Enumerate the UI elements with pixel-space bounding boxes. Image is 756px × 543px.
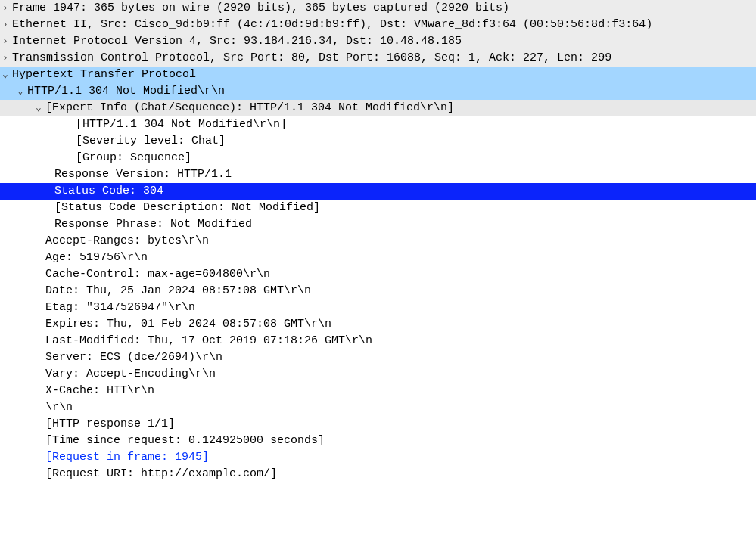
tree-row-expert-detail[interactable]: [HTTP/1.1 304 Not Modified\r\n]: [0, 116, 756, 133]
status-line-text: HTTP/1.1 304 Not Modified\r\n: [27, 83, 225, 100]
tree-row-severity[interactable]: [Severity level: Chat]: [0, 133, 756, 150]
tree-row-cache-control[interactable]: Cache-Control: max-age=604800\r\n: [0, 266, 756, 283]
header-etag: Etag: "3147526947"\r\n: [45, 299, 195, 316]
tree-row-status-desc[interactable]: [Status Code Description: Not Modified]: [0, 200, 756, 216]
response-version-text: Response Version: HTTP/1.1: [54, 166, 232, 183]
status-desc-text: [Status Code Description: Not Modified]: [54, 200, 320, 216]
header-xcache: X-Cache: HIT\r\n: [45, 383, 154, 399]
tree-row-vary[interactable]: Vary: Accept-Encoding\r\n: [0, 366, 756, 383]
chevron-right-icon: ›: [0, 17, 11, 33]
expert-detail-text: [HTTP/1.1 304 Not Modified\r\n]: [76, 116, 287, 133]
tree-row-crlf[interactable]: \r\n: [0, 399, 756, 416]
tcp-summary: Transmission Control Protocol, Src Port:…: [12, 50, 611, 67]
tree-row-frame[interactable]: › Frame 1947: 365 bytes on wire (2920 bi…: [0, 0, 756, 17]
expert-info-text: [Expert Info (Chat/Sequence): HTTP/1.1 3…: [45, 100, 454, 116]
time-since-text: [Time since request: 0.124925000 seconds…: [45, 433, 325, 449]
tree-row-http-response-n[interactable]: [HTTP response 1/1]: [0, 416, 756, 433]
ethernet-summary: Ethernet II, Src: Cisco_9d:b9:ff (4c:71:…: [12, 17, 652, 33]
tree-row-response-phrase[interactable]: Response Phrase: Not Modified: [0, 216, 756, 233]
chevron-down-icon: ⌄: [33, 100, 44, 116]
tree-row-status-code[interactable]: Status Code: 304: [0, 183, 756, 200]
tree-row-tcp[interactable]: › Transmission Control Protocol, Src Por…: [0, 50, 756, 67]
header-crlf: \r\n: [45, 399, 73, 416]
header-server: Server: ECS (dce/2694)\r\n: [45, 349, 222, 366]
http-response-n-text: [HTTP response 1/1]: [45, 416, 175, 433]
chevron-down-icon: ⌄: [15, 83, 26, 100]
tree-row-request-uri[interactable]: [Request URI: http://example.com/]: [0, 466, 756, 482]
request-in-frame-link[interactable]: [Request in frame: 1945]: [45, 449, 209, 466]
tree-row-server[interactable]: Server: ECS (dce/2694)\r\n: [0, 349, 756, 366]
tree-row-last-modified[interactable]: Last-Modified: Thu, 17 Oct 2019 07:18:26…: [0, 333, 756, 349]
tree-row-response-version[interactable]: Response Version: HTTP/1.1: [0, 166, 756, 183]
http-protocol-label: Hypertext Transfer Protocol: [12, 67, 196, 83]
tree-row-xcache[interactable]: X-Cache: HIT\r\n: [0, 383, 756, 399]
tree-row-http[interactable]: ⌄ Hypertext Transfer Protocol: [0, 67, 756, 83]
header-vary: Vary: Accept-Encoding\r\n: [45, 366, 216, 383]
tree-row-time-since[interactable]: [Time since request: 0.124925000 seconds…: [0, 433, 756, 449]
group-text: [Group: Sequence]: [76, 150, 191, 166]
chevron-right-icon: ›: [0, 0, 11, 17]
request-uri-text: [Request URI: http://example.com/]: [45, 466, 277, 482]
header-expires: Expires: Thu, 01 Feb 2024 08:57:08 GMT\r…: [45, 316, 331, 333]
tree-row-etag[interactable]: Etag: "3147526947"\r\n: [0, 299, 756, 316]
status-code-text: Status Code: 304: [36, 183, 163, 200]
tree-row-expires[interactable]: Expires: Thu, 01 Feb 2024 08:57:08 GMT\r…: [0, 316, 756, 333]
tree-row-age[interactable]: Age: 519756\r\n: [0, 250, 756, 266]
tree-row-expert-info[interactable]: ⌄ [Expert Info (Chat/Sequence): HTTP/1.1…: [0, 100, 756, 116]
chevron-right-icon: ›: [0, 33, 11, 50]
tree-row-request-in-frame[interactable]: [Request in frame: 1945]: [0, 449, 756, 466]
header-age: Age: 519756\r\n: [45, 250, 148, 266]
tree-row-accept-ranges[interactable]: Accept-Ranges: bytes\r\n: [0, 233, 756, 250]
chevron-down-icon: ⌄: [0, 67, 11, 83]
ip-summary: Internet Protocol Version 4, Src: 93.184…: [12, 33, 462, 50]
severity-text: [Severity level: Chat]: [76, 133, 226, 150]
tree-row-group[interactable]: [Group: Sequence]: [0, 150, 756, 166]
response-phrase-text: Response Phrase: Not Modified: [54, 216, 252, 233]
tree-row-status-line[interactable]: ⌄ HTTP/1.1 304 Not Modified\r\n: [0, 83, 756, 100]
tree-row-ip[interactable]: › Internet Protocol Version 4, Src: 93.1…: [0, 33, 756, 50]
header-last-modified: Last-Modified: Thu, 17 Oct 2019 07:18:26…: [45, 333, 372, 349]
header-accept-ranges: Accept-Ranges: bytes\r\n: [45, 233, 209, 250]
frame-summary: Frame 1947: 365 bytes on wire (2920 bits…: [12, 0, 509, 17]
tree-row-ethernet[interactable]: › Ethernet II, Src: Cisco_9d:b9:ff (4c:7…: [0, 17, 756, 33]
chevron-right-icon: ›: [0, 50, 11, 67]
tree-row-date[interactable]: Date: Thu, 25 Jan 2024 08:57:08 GMT\r\n: [0, 283, 756, 299]
header-date: Date: Thu, 25 Jan 2024 08:57:08 GMT\r\n: [45, 283, 311, 299]
header-cache-control: Cache-Control: max-age=604800\r\n: [45, 266, 270, 283]
